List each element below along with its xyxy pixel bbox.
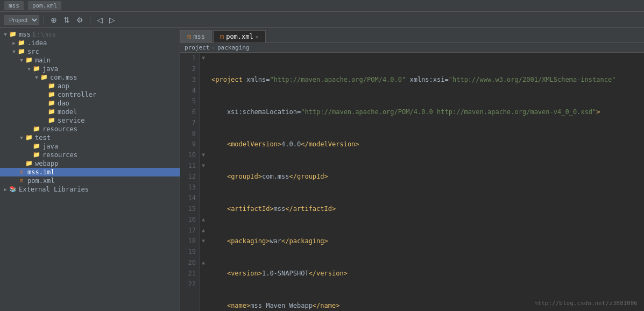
tree-label-test: test: [35, 134, 51, 142]
folder-icon-com-mss: 📁: [40, 74, 48, 81]
toolbar-separator-2: [90, 15, 90, 25]
tab-close-pom[interactable]: ✕: [256, 34, 259, 40]
title-tab-mss[interactable]: mss: [4, 1, 24, 10]
tab-icon-mss: m: [187, 33, 191, 40]
code-content[interactable]: <project xmlns="http://maven.apache.org/…: [207, 53, 644, 311]
line-num-4: 4: [183, 85, 196, 96]
line-num-2: 2: [183, 63, 196, 74]
tree-label-resources: resources: [43, 125, 77, 133]
code-val-8: mss Maven Webapp: [250, 300, 313, 311]
arrow-mss: ▼: [2, 32, 9, 37]
code-val-1: "http://maven.apache.org/POM/4.0.0": [270, 74, 406, 85]
code-val-2: "http://maven.apache.org/POM/4.0.0 http:…: [301, 107, 596, 117]
line-num-21: 21: [183, 268, 196, 279]
breadcrumb-project[interactable]: project: [185, 44, 209, 51]
tree-item-mss[interactable]: ▼ 📁 mss E:\mss: [0, 30, 180, 39]
tree-label-external: External Libraries: [19, 186, 89, 193]
tree-label-com-mss: com.mss: [50, 74, 77, 81]
project-select[interactable]: Project: [4, 15, 39, 25]
tree-item-test[interactable]: ▼ 📁 test: [0, 133, 180, 142]
toolbar-settings-btn[interactable]: ⚙: [74, 15, 86, 25]
fold-22: [200, 279, 207, 289]
code-val-4: com.mss: [262, 171, 289, 182]
tree-item-com-mss[interactable]: ▼ 📁 com.mss: [0, 73, 180, 82]
line-num-1: 1: [183, 53, 196, 63]
fold-18[interactable]: ▼: [200, 236, 207, 246]
tree-label-main: main: [35, 56, 51, 64]
folder-icon-resources: 📁: [32, 125, 41, 133]
tree-item-resources[interactable]: 📁 resources: [0, 125, 180, 133]
fold-1[interactable]: ▼: [200, 53, 207, 63]
tree-item-aop[interactable]: 📁 aop: [0, 82, 180, 90]
folder-icon-dao: 📁: [47, 100, 56, 107]
folder-icon-main: 📁: [25, 56, 33, 64]
fold-17[interactable]: ▲: [200, 225, 207, 236]
fold-15: [200, 203, 207, 214]
file-icon-mss-iml: m: [17, 168, 26, 176]
toolbar-project-section: Project: [4, 15, 39, 25]
tree-item-test-resources[interactable]: 📁 resources: [0, 151, 180, 159]
code-tag-1: <project: [211, 74, 243, 85]
code-tag-8a: <name>: [227, 300, 250, 311]
toolbar-sync-btn[interactable]: ⇅: [61, 15, 72, 25]
folder-icon-webapp: 📁: [25, 160, 33, 167]
tree-item-idea[interactable]: ▶ 📁 .idea: [0, 39, 180, 47]
tab-icon-pom: m: [220, 33, 224, 40]
toolbar-forward-btn[interactable]: ▷: [107, 15, 117, 25]
editor-tab-mss[interactable]: m mss: [180, 30, 212, 43]
file-tree: ▼ 📁 mss E:\mss ▶ 📁 .idea ▼ 📁 src ▼ 📁: [0, 28, 180, 311]
breadcrumb-sep-1: ›: [211, 44, 215, 51]
fold-gutter: ▼ ▼ ▼ ▲ ▲ ▼ ▲: [200, 53, 207, 311]
line-num-14: 14: [183, 193, 196, 203]
tree-item-webapp[interactable]: 📁 webapp: [0, 159, 180, 168]
toolbar-back-btn[interactable]: ◁: [95, 15, 105, 25]
fold-16[interactable]: ▲: [200, 214, 207, 225]
line-num-12: 12: [183, 171, 196, 182]
tree-item-controller[interactable]: 📁 controller: [0, 90, 180, 99]
folder-icon-java: 📁: [32, 65, 41, 73]
breadcrumb-packaging[interactable]: packaging: [217, 44, 250, 51]
tree-item-service[interactable]: 📁 service: [0, 116, 180, 125]
toolbar-add-btn[interactable]: ⊕: [48, 15, 59, 25]
tree-item-main[interactable]: ▼ 📁 main: [0, 56, 180, 65]
title-tab-mss-label: mss: [9, 2, 19, 9]
code-text-2: xsi:schemaLocation=: [211, 107, 301, 117]
tree-item-pom-xml[interactable]: m pom.xml: [0, 176, 180, 185]
fold-13: [200, 182, 207, 193]
fold-10[interactable]: ▼: [200, 150, 207, 160]
code-tag-2b: >: [596, 107, 600, 117]
line-numbers: 1 2 3 4 5 6 7 8 9 10 11 12 13 14 15 16 1…: [180, 53, 200, 311]
folder-icon-external: 📚: [9, 186, 17, 193]
tree-item-src[interactable]: ▼ 📁 src: [0, 47, 180, 56]
fold-14: [200, 193, 207, 203]
tree-item-dao[interactable]: 📁 dao: [0, 99, 180, 108]
toolbar: Project ⊕ ⇅ ⚙ ◁ ▷: [0, 12, 644, 28]
fold-20[interactable]: ▲: [200, 257, 207, 268]
folder-icon-aop: 📁: [47, 82, 56, 90]
tree-label-aop: aop: [58, 82, 69, 90]
code-line-1: <project xmlns="http://maven.apache.org/…: [211, 74, 640, 85]
line-num-6: 6: [183, 107, 196, 117]
arrow-src: ▼: [11, 49, 17, 54]
code-tag-3a: <modelVersion>: [227, 139, 281, 150]
tree-item-external-libs[interactable]: ▶ 📚 External Libraries: [0, 185, 180, 194]
code-tag-3b: </modelVersion>: [301, 139, 359, 150]
code-sp-7: [211, 268, 227, 279]
title-tab-pomxml[interactable]: pom.xml: [28, 1, 61, 10]
arrow-idea: ▶: [11, 40, 17, 46]
code-tag-5b: </artifactId>: [285, 203, 336, 214]
code-val-6: war: [270, 236, 281, 246]
code-line-4: <groupId>com.mss</groupId>: [211, 171, 640, 182]
fold-11[interactable]: ▼: [200, 160, 207, 171]
tree-item-java[interactable]: ▼ 📁 java: [0, 65, 180, 73]
code-val-7: 1.0-SNAPSHOT: [262, 268, 309, 279]
tree-label-controller: controller: [58, 91, 96, 98]
tree-label-webapp: webapp: [35, 160, 58, 167]
code-editor[interactable]: 1 2 3 4 5 6 7 8 9 10 11 12 13 14 15 16 1…: [180, 53, 644, 311]
arrow-external: ▶: [2, 187, 9, 192]
tree-item-model[interactable]: 📁 model: [0, 108, 180, 116]
tree-item-test-java[interactable]: 📁 java: [0, 142, 180, 151]
editor-tab-pom[interactable]: m pom.xml ✕: [213, 30, 266, 43]
line-num-5: 5: [183, 96, 196, 107]
tree-item-mss-iml[interactable]: m mss.iml: [0, 168, 180, 176]
